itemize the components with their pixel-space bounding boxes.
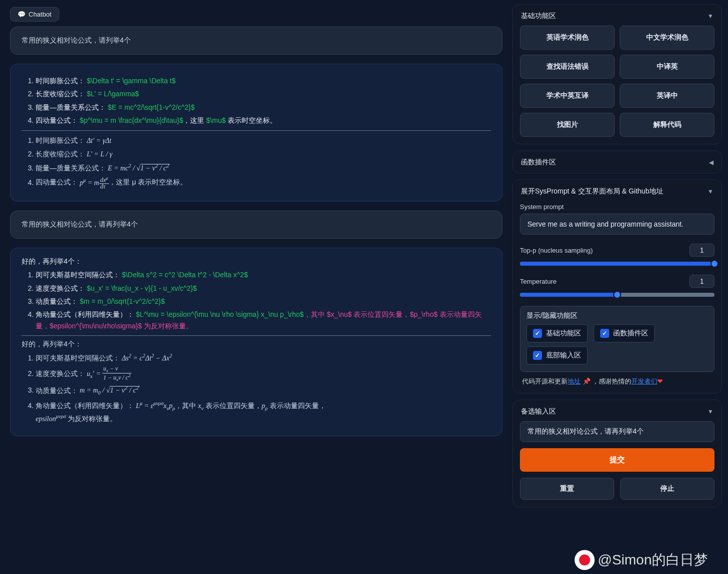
panel-alt-input: 备选输入区 ▼ 提交 重置 停止 [512, 400, 722, 507]
footer-text: 代码开源和更新地址 📌 ，感谢热情的开发者们❤ [520, 377, 714, 386]
temperature-slider[interactable] [520, 293, 714, 297]
fn-btn-zh-to-en[interactable]: 中译英 [620, 55, 714, 79]
fn-btn-academic-translate[interactable]: 学术中英互译 [520, 84, 615, 108]
checkbox-basic-area[interactable]: ✓ 基础功能区 [526, 324, 588, 342]
submit-button[interactable]: 提交 [520, 448, 714, 472]
fn-btn-grammar-check[interactable]: 查找语法错误 [520, 55, 615, 79]
right-sidebar: 基础功能区 ▼ 英语学术润色 中文学术润色 查找语法错误 中译英 学术中英互译 … [512, 0, 728, 574]
bot-message: 好的，再列举4个： 闵可夫斯基时空间隔公式： $\Delta s^2 = c^2… [10, 248, 502, 436]
checkbox-plugin-area[interactable]: ✓ 函数插件区 [594, 324, 655, 342]
temperature-value[interactable]: 1 [689, 275, 714, 288]
stop-button[interactable]: 停止 [620, 478, 714, 500]
alt-input[interactable] [520, 421, 714, 442]
tab-row: 💬 Chatbot [10, 7, 502, 22]
slider-thumb-icon[interactable] [710, 260, 718, 268]
chat-area: 💬 Chatbot 常用的狭义相对论公式，请列举4个 时间膨胀公式： $\Del… [0, 0, 512, 574]
repo-link[interactable]: 地址 [568, 377, 581, 385]
checkbox-bottom-input[interactable]: ✓ 底部输入区 [526, 346, 588, 364]
fn-btn-find-image[interactable]: 找图片 [520, 113, 615, 137]
panel-header[interactable]: 备选输入区 ▼ [520, 405, 714, 421]
temperature-label: Temperature [520, 278, 557, 285]
panel-header[interactable]: 展开SysPrompt & 交互界面布局 & Github地址 ▼ [520, 185, 714, 201]
panel-header[interactable]: 函数插件区 ◀ [520, 156, 714, 168]
bot-message: 时间膨胀公式： $\Delta t' = \gamma \Delta t$ 长度… [10, 64, 502, 202]
chevron-down-icon: ▼ [707, 188, 713, 195]
reset-button[interactable]: 重置 [520, 478, 614, 500]
fn-btn-english-polish[interactable]: 英语学术润色 [520, 26, 615, 50]
system-prompt-label: System prompt [520, 203, 714, 211]
panel-function-plugins: 函数插件区 ◀ [512, 150, 722, 173]
developers-link[interactable]: 开发者们 [631, 377, 657, 385]
panel-sysprompt: 展开SysPrompt & 交互界面布局 & Github地址 ▼ System… [512, 179, 722, 394]
chat-icon: 💬 [18, 11, 26, 18]
fn-btn-explain-code[interactable]: 解释代码 [620, 113, 714, 137]
heart-icon: ❤ [657, 377, 663, 385]
check-icon: ✓ [533, 351, 542, 360]
panel-header[interactable]: 基础功能区 ▼ [520, 10, 714, 26]
topp-value[interactable]: 1 [689, 244, 714, 257]
tab-chatbot[interactable]: 💬 Chatbot [10, 7, 59, 22]
chevron-down-icon: ▼ [707, 408, 713, 415]
slider-thumb-icon[interactable] [613, 291, 621, 299]
user-message: 常用的狭义相对论公式，请列举4个 [10, 27, 502, 55]
check-icon: ✓ [600, 329, 609, 338]
chevron-down-icon: ▼ [707, 13, 713, 20]
panel-basic-functions: 基础功能区 ▼ 英语学术润色 中文学术润色 查找语法错误 中译英 学术中英互译 … [512, 4, 722, 144]
topp-slider[interactable] [520, 262, 714, 266]
topp-label: Top-p (nucleus sampling) [520, 247, 593, 254]
toggle-section: 显示/隐藏功能区 ✓ 基础功能区 ✓ 函数插件区 ✓ 底部输入区 [520, 306, 714, 372]
tab-label: Chatbot [29, 11, 52, 18]
chevron-left-icon: ◀ [709, 159, 713, 166]
pin-icon: 📌 [583, 377, 591, 385]
user-message: 常用的狭义相对论公式，请再列举4个 [10, 211, 502, 239]
fn-btn-chinese-polish[interactable]: 中文学术润色 [620, 26, 714, 50]
toggle-section-title: 显示/隐藏功能区 [526, 311, 708, 320]
check-icon: ✓ [533, 329, 542, 338]
system-prompt-input[interactable] [520, 214, 714, 235]
fn-btn-en-to-zh[interactable]: 英译中 [620, 84, 714, 108]
